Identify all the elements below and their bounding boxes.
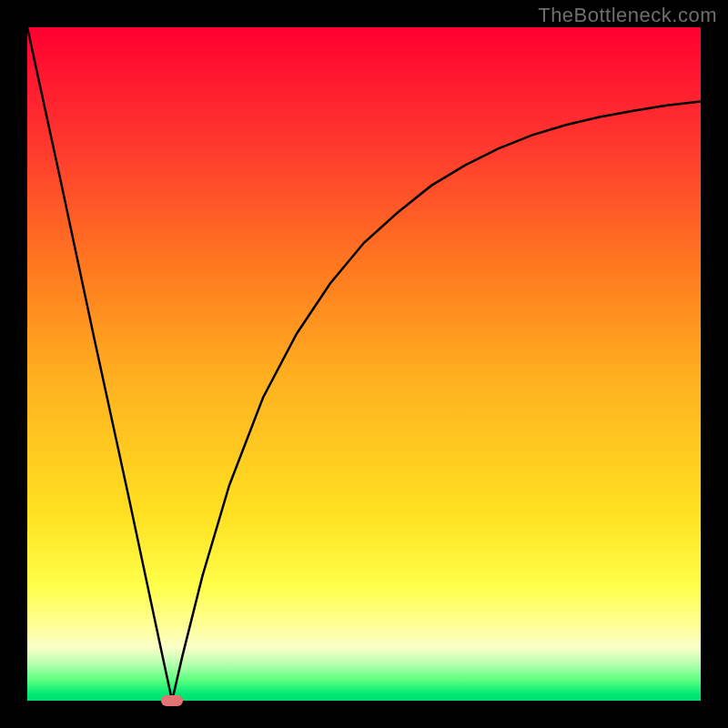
watermark-text: TheBottleneck.com [538,4,717,27]
chart-frame: TheBottleneck.com [0,0,728,728]
minimum-marker [161,695,183,706]
plot-area [27,27,701,701]
bottleneck-curve [27,27,701,701]
